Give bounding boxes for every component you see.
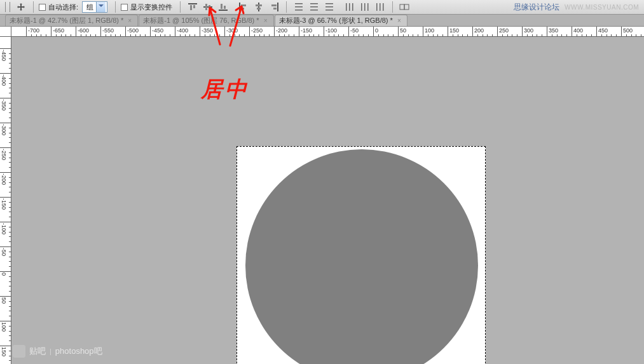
ruler-tick-minor xyxy=(145,34,146,37)
align-top-button[interactable] xyxy=(186,1,200,13)
align-bottom-button[interactable] xyxy=(216,1,230,13)
svg-rect-22 xyxy=(310,6,318,8)
ruler-tick xyxy=(373,27,374,37)
distribute-bottom-button[interactable] xyxy=(322,1,336,13)
ruler-tick xyxy=(274,27,275,37)
ruler-tick-minor xyxy=(170,34,170,37)
document-tab[interactable]: 未标题-1 @ 42.7% (图层 1, RGB/8) *× xyxy=(5,15,138,26)
ruler-tick-minor xyxy=(586,34,587,37)
ruler-tick-minor xyxy=(9,68,11,69)
watermark-divider: | xyxy=(50,347,51,355)
ruler-tick-minor xyxy=(403,34,404,37)
ruler-tick-minor xyxy=(359,34,359,37)
auto-select-checkbox[interactable] xyxy=(39,4,46,11)
svg-rect-9 xyxy=(239,3,240,11)
watermark-text-a: 贴吧 xyxy=(29,346,46,357)
distribute-left-button[interactable] xyxy=(343,1,357,13)
ruler-tick-minor xyxy=(56,34,57,37)
ruler-tick-minor xyxy=(185,34,186,37)
ruler-tick-minor xyxy=(552,34,552,37)
svg-rect-27 xyxy=(346,3,347,11)
close-icon[interactable]: × xyxy=(262,17,270,25)
ruler-tick-minor xyxy=(9,112,11,113)
show-transform-checkbox[interactable] xyxy=(121,4,128,11)
svg-rect-11 xyxy=(241,8,244,10)
svg-rect-5 xyxy=(209,5,210,9)
ruler-tick-minor xyxy=(9,118,11,118)
ruler-tick-minor xyxy=(9,142,11,143)
tieba-logo-icon xyxy=(13,345,25,358)
svg-rect-6 xyxy=(219,10,228,11)
align-right-button[interactable] xyxy=(267,1,281,13)
ruler-tick-minor xyxy=(165,34,165,37)
ruler-tick-minor xyxy=(442,34,443,37)
svg-rect-24 xyxy=(325,3,333,4)
ruler-tick-minor xyxy=(338,34,339,37)
ruler-tick-minor xyxy=(383,34,384,37)
ruler-tick-minor xyxy=(9,311,11,311)
ruler-tick xyxy=(398,27,399,37)
ruler-tick-minor xyxy=(9,276,11,277)
ruler-tick-minor xyxy=(214,34,215,37)
svg-rect-0 xyxy=(188,3,197,4)
distribute-right-button[interactable] xyxy=(373,1,387,13)
svg-rect-3 xyxy=(203,6,212,8)
watermark-text-b: photoshop吧 xyxy=(55,346,102,357)
ruler-tick-minor xyxy=(9,167,11,168)
ruler-tick xyxy=(26,27,27,37)
distribute-vcenter-button[interactable] xyxy=(307,1,321,13)
ruler-tick-minor xyxy=(111,34,111,37)
ruler-tick-minor xyxy=(483,34,483,37)
ruler-corner[interactable] xyxy=(0,27,11,37)
tab-label: 未标题-1 @ 105% (图层 76, RGB/8) * xyxy=(143,16,259,25)
distribute-top-button[interactable] xyxy=(292,1,306,13)
ruler-tick-minor xyxy=(9,356,11,356)
ruler-tick xyxy=(249,27,250,37)
ruler-tick-minor xyxy=(378,34,379,37)
align-hcenter-button[interactable] xyxy=(252,1,266,13)
ruler-tick: 150 xyxy=(0,346,11,346)
ruler-tick-minor xyxy=(140,34,140,37)
auto-align-button[interactable] xyxy=(398,1,412,13)
ruler-tick-minor xyxy=(582,34,582,37)
ruler-tick-minor xyxy=(9,291,11,292)
svg-rect-25 xyxy=(325,6,333,8)
ruler-tick-minor xyxy=(120,34,121,37)
svg-rect-14 xyxy=(257,8,261,10)
ruler-tick-minor xyxy=(219,34,220,37)
close-icon[interactable]: × xyxy=(126,17,134,25)
ruler-tick-minor xyxy=(9,252,11,252)
workspace: -450-400-350-300-250-200-150-100-5005010… xyxy=(0,27,644,364)
ruler-tick-minor xyxy=(81,34,81,37)
document-canvas[interactable] xyxy=(236,146,486,364)
align-vcenter-button[interactable] xyxy=(201,1,215,13)
ruler-tick-minor xyxy=(86,34,86,37)
ruler-vertical[interactable]: -450-400-350-300-250-200-150-100-5005010… xyxy=(0,37,11,364)
close-icon[interactable]: × xyxy=(395,17,403,25)
ruler-tick-minor xyxy=(601,34,602,37)
ruler-tick-minor xyxy=(155,34,156,37)
shape-circle[interactable] xyxy=(245,149,478,364)
svg-rect-35 xyxy=(383,3,384,11)
ruler-tick-minor xyxy=(9,316,11,316)
ruler-tick-minor xyxy=(264,34,264,37)
ruler-tick: -450 xyxy=(0,48,11,49)
align-left-button[interactable] xyxy=(236,1,250,13)
ruler-tick: -200 xyxy=(0,172,11,173)
svg-rect-37 xyxy=(404,4,409,10)
distribute-hcenter-button[interactable] xyxy=(358,1,372,13)
ruler-tick-minor xyxy=(467,34,468,37)
ruler-tick-minor xyxy=(631,34,632,37)
ruler-tick-minor xyxy=(512,34,512,37)
ruler-tick-minor xyxy=(413,34,413,37)
document-tab-bar: 未标题-1 @ 42.7% (图层 1, RGB/8) *×未标题-1 @ 10… xyxy=(0,15,644,27)
tab-label: 未标题-3 @ 66.7% (形状 1, RGB/8) * xyxy=(279,16,393,25)
document-tab[interactable]: 未标题-1 @ 105% (图层 76, RGB/8) *× xyxy=(139,15,273,26)
ruler-tick-minor xyxy=(9,227,11,227)
tab-label: 未标题-1 @ 42.7% (图层 1, RGB/8) * xyxy=(10,16,123,25)
auto-select-mode-dropdown[interactable]: 组 xyxy=(82,1,107,13)
ruler-horizontal[interactable] xyxy=(11,27,644,37)
ruler-tick xyxy=(150,27,151,37)
grip-handle[interactable] xyxy=(5,2,10,12)
document-tab[interactable]: 未标题-3 @ 66.7% (形状 1, RGB/8) *× xyxy=(275,15,408,26)
